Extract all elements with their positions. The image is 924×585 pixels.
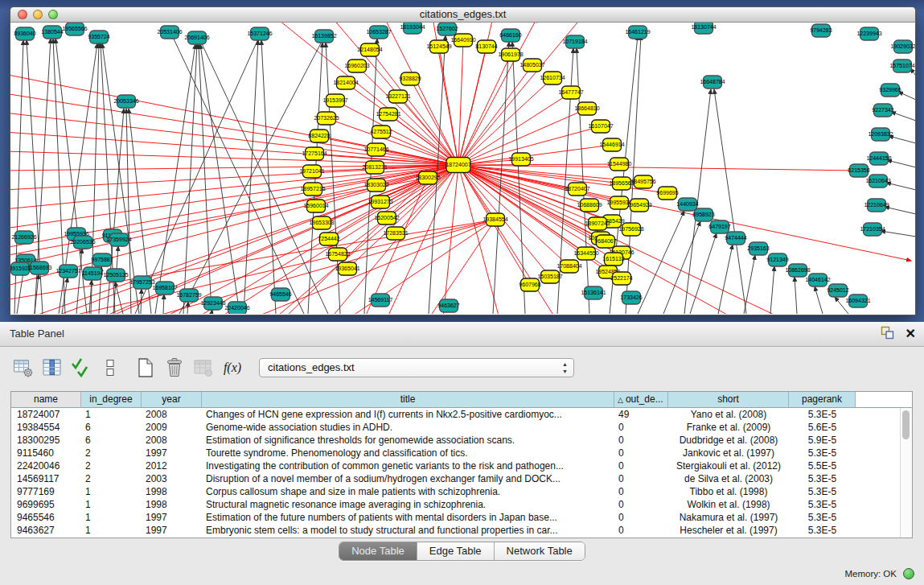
graph-node[interactable]: 18303022 xyxy=(363,179,388,192)
tab-network-table[interactable]: Network Table xyxy=(495,542,585,560)
graph-node[interactable]: 9684067 xyxy=(594,235,616,248)
graph-node[interactable]: 6479197 xyxy=(708,220,730,233)
window-titlebar[interactable]: citations_edges.txt xyxy=(10,6,916,23)
graph-node[interactable]: 22420046 xyxy=(224,302,249,314)
graph-node[interactable]: 20531406 xyxy=(157,26,182,39)
graph-node[interactable]: 9474444 xyxy=(725,232,746,245)
table-row[interactable]: 2242004622012Investigating the contribut… xyxy=(11,459,912,472)
graph-node[interactable]: 9607968 xyxy=(519,278,540,291)
graph-node[interactable]: 1380544 xyxy=(41,26,63,39)
graph-node[interactable]: 12754281 xyxy=(376,108,400,121)
graph-node[interactable]: 11568693 xyxy=(27,262,52,274)
column-header-year[interactable]: year xyxy=(142,392,202,408)
graph-node[interactable]: 18957215 xyxy=(300,183,325,196)
graph-node[interactable]: 1527602 xyxy=(436,23,458,35)
graph-node[interactable]: 10688609 xyxy=(577,199,602,212)
graph-node[interactable]: 2522174 xyxy=(610,272,632,285)
table-row[interactable]: 969969511998Structural magnetic resonanc… xyxy=(11,498,912,511)
graph-node[interactable]: 16782759 xyxy=(176,289,201,302)
table-row[interactable]: 1830029562008Estimation of significance … xyxy=(11,434,912,447)
graph-node[interactable]: 1145194 xyxy=(82,267,104,280)
graph-node[interactable]: 19653308 xyxy=(309,216,334,229)
graph-node[interactable]: 19721041 xyxy=(299,165,324,178)
zoom-button[interactable] xyxy=(48,10,58,19)
function-builder-icon[interactable]: f(x) xyxy=(220,356,244,380)
graph-node[interactable]: 15371246 xyxy=(247,27,272,40)
graph-node[interactable]: 17088404 xyxy=(556,260,581,273)
graph-node[interactable]: 17957253 xyxy=(129,276,154,289)
graph-node[interactable]: 9465546 xyxy=(269,288,291,301)
graph-node[interactable]: 19384554 xyxy=(483,213,507,226)
close-button[interactable] xyxy=(18,10,27,19)
graph-node[interactable]: 20691406 xyxy=(184,31,209,44)
graph-node[interactable]: 21266926 xyxy=(11,231,36,244)
column-header-in_degree[interactable]: in_degree xyxy=(81,392,142,408)
graph-node[interactable]: 14569117 xyxy=(368,294,393,307)
graph-node[interactable]: 1440934 xyxy=(676,198,698,211)
graph-node[interactable]: 10862698 xyxy=(785,264,810,277)
graph-node[interactable]: 20813231 xyxy=(362,161,387,174)
column-header-pagerank[interactable]: pagerank xyxy=(789,392,856,408)
vertical-scrollbar[interactable] xyxy=(900,408,912,538)
graph-node[interactable]: 9975887 xyxy=(91,253,113,266)
graph-node[interactable]: 6466160 xyxy=(499,29,521,42)
graph-node[interactable]: 20206536 xyxy=(70,236,95,249)
network-canvas[interactable]: 8936040138054419565566935572420531406206… xyxy=(10,23,915,314)
graph-node[interactable]: 12342757 xyxy=(55,265,80,278)
graph-node[interactable]: 15136141 xyxy=(581,286,606,299)
graph-node[interactable]: 1733426 xyxy=(620,291,642,304)
graph-node[interactable]: 19061978 xyxy=(498,48,523,61)
graph-node[interactable]: 9699695 xyxy=(656,187,678,200)
graph-node[interactable]: 17283531 xyxy=(383,227,408,240)
graph-node[interactable]: 19565566 xyxy=(62,23,87,35)
graph-node[interactable]: 15960014 xyxy=(303,200,328,212)
graph-node[interactable]: 18130744 xyxy=(691,23,716,34)
table-row[interactable]: 946362711997Embryonic stem cells: a mode… xyxy=(11,524,912,537)
graph-node[interactable]: 22148054 xyxy=(357,43,382,56)
scrollbar-thumb[interactable] xyxy=(902,410,910,439)
graph-node[interactable]: 16107047 xyxy=(588,120,613,133)
graph-node[interactable]: 16960203 xyxy=(344,60,369,72)
graph-node[interactable]: 12505135 xyxy=(103,269,128,282)
graph-node[interactable]: 19153997 xyxy=(322,94,347,107)
graph-node[interactable]: 9121349 xyxy=(766,253,788,266)
table-row[interactable]: 1938455462009Genome-wide association stu… xyxy=(11,421,912,434)
graph-node[interactable]: 14805037 xyxy=(519,59,544,72)
graph-node[interactable]: 9794283 xyxy=(810,24,832,37)
table-row[interactable]: 1872400712008Changes of HCN gene express… xyxy=(11,408,912,421)
graph-node[interactable]: 19029032 xyxy=(890,40,915,53)
graph-node[interactable]: 19365041 xyxy=(335,262,359,275)
column-header-short[interactable]: short xyxy=(668,392,789,408)
graph-node[interactable]: 9227343 xyxy=(872,104,893,117)
minimize-button[interactable] xyxy=(33,10,43,19)
graph-node[interactable]: 16648784 xyxy=(700,76,725,89)
graph-node[interactable]: 16477747 xyxy=(558,86,583,99)
graph-node[interactable]: 14046142 xyxy=(805,274,830,286)
checkbox-list-icon[interactable] xyxy=(98,356,122,380)
graph-node[interactable]: 20732625 xyxy=(314,112,339,125)
table-row[interactable]: 1456911722003Disruption of a novel membe… xyxy=(11,472,912,485)
graph-node[interactable]: 15035187 xyxy=(537,270,562,283)
graph-node[interactable]: 1615132 xyxy=(602,253,624,266)
close-panel-icon[interactable]: ✕ xyxy=(906,328,916,340)
graph-node[interactable]: 10653287 xyxy=(366,26,391,39)
graph-node[interactable]: 12093832 xyxy=(868,128,893,141)
table-settings-icon[interactable] xyxy=(11,356,35,380)
graph-node[interactable]: 10771466 xyxy=(363,143,388,156)
graph-node[interactable]: 18724007 xyxy=(446,158,470,173)
graph-node[interactable]: 12923448 xyxy=(200,297,225,310)
graph-node[interactable]: 8958923 xyxy=(692,208,714,221)
row-selection-icon[interactable] xyxy=(69,356,93,380)
graph-node[interactable]: 18193044 xyxy=(400,23,425,34)
graph-node[interactable]: 20053346 xyxy=(113,95,138,108)
graph-node[interactable]: 17275164 xyxy=(302,147,326,160)
graph-node[interactable]: 10719184 xyxy=(562,35,587,48)
graph-node[interactable]: 16461219 xyxy=(625,26,650,39)
graph-node[interactable]: 12610734 xyxy=(540,72,565,84)
graph-node[interactable]: 8130744 xyxy=(475,40,497,53)
column-header-title[interactable]: title xyxy=(202,392,614,408)
graph-node[interactable]: 12444158 xyxy=(866,152,891,165)
graph-node[interactable]: 17359924 xyxy=(106,233,131,246)
graph-node[interactable]: 15446914 xyxy=(599,138,624,151)
graph-node[interactable]: 19931273 xyxy=(368,196,392,208)
